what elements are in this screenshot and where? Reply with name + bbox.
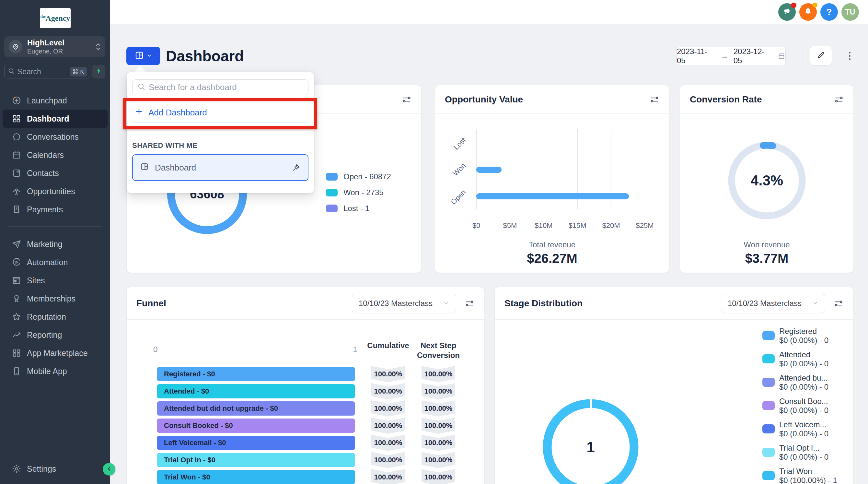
dashboard-dropdown-panel: Add Dashboard SHARED WITH ME Dashboard — [127, 72, 314, 193]
footer-value: $26.27M — [435, 251, 669, 266]
legend-swatch — [763, 331, 775, 340]
stage-legend: Registered$0 (0.00%) - 0 Attended$0 (0.0… — [763, 327, 837, 484]
dropdown-divider — [132, 122, 308, 123]
sliders-icon[interactable] — [402, 95, 411, 104]
funnel-bar-label: Trial Opt In - $0 — [164, 456, 215, 464]
legend-label: Lost - 1 — [343, 204, 369, 213]
sidebar-item-marketing[interactable]: Marketing — [0, 235, 110, 253]
legend-item: Left Voicem...$0 (0.00%) - 0 — [763, 420, 837, 438]
notifications-button[interactable] — [799, 3, 817, 21]
funnel-card: Funnel 10/10/23 Masterclass 0 1 Cumulati… — [126, 287, 485, 484]
stage-filter-select[interactable]: 10/10/23 Masterclass — [721, 294, 825, 313]
funnel-bar: Attended but did not upgrade - $0 — [157, 401, 355, 416]
sidebar-item-label: Conversations — [27, 132, 79, 142]
sidebar-settings-row: Settings — [0, 460, 110, 478]
card-title: Conversion Rate — [690, 94, 762, 105]
sidebar-divider — [8, 226, 102, 226]
funnel-bar: Registered - $0 — [157, 367, 355, 381]
sidebar-item-memberships[interactable]: Memberships — [0, 290, 110, 308]
sliders-icon[interactable] — [650, 95, 659, 104]
sliders-icon[interactable] — [834, 95, 844, 104]
bar-open — [476, 193, 629, 200]
avatar-initials: TU — [845, 8, 855, 17]
legend-value: $0 (0.00%) - 0 — [779, 429, 829, 438]
topbar: ? TU — [110, 0, 868, 24]
sidebar-item-dashboard[interactable]: Dashboard — [3, 110, 107, 128]
dashboard-switcher-button[interactable] — [126, 47, 160, 65]
legend-name: Registered — [779, 327, 829, 336]
funnel-filter-select[interactable]: 10/10/23 Masterclass — [352, 294, 456, 313]
quick-actions-button[interactable] — [92, 65, 105, 79]
sidebar-item-reputation[interactable]: Reputation — [0, 308, 110, 326]
sidebar-item-contacts[interactable]: Contacts — [0, 164, 110, 182]
date-end: 2023-12-05 — [734, 47, 772, 65]
location-name: HighLevel — [27, 38, 96, 47]
sidebar-item-conversations[interactable]: Conversations — [0, 128, 110, 146]
sidebar-item-opportunities[interactable]: Opportunities — [0, 182, 110, 200]
legend-label: Won - 2735 — [343, 188, 383, 197]
next-step-cell: 100.00% — [422, 418, 455, 434]
sidebar-item-label: Reporting — [27, 330, 62, 340]
dropdown-search-input[interactable] — [149, 82, 304, 92]
sidebar-item-label: Memberships — [27, 294, 75, 303]
next-step-cell: 100.00% — [422, 400, 455, 417]
phone-icon — [12, 366, 21, 376]
funnel-column-cumulative: Cumulative — [362, 341, 414, 351]
legend-name: Left Voicem... — [779, 420, 829, 429]
grid-icon — [12, 348, 21, 358]
funnel-bar: Consult Booked - $0 — [157, 419, 355, 433]
sidebar-item-label: Opportunities — [27, 187, 75, 196]
announcements-button[interactable] — [778, 3, 796, 21]
edit-dashboard-button[interactable] — [810, 46, 832, 65]
sidebar-item-sites[interactable]: Sites — [0, 271, 110, 290]
sidebar-item-mobile-app[interactable]: Mobile App — [0, 362, 110, 380]
cumulative-cell: 100.00% — [371, 435, 405, 451]
sidebar-item-launchpad[interactable]: Launchpad — [0, 91, 110, 110]
payments-icon: $ — [12, 205, 21, 214]
sidebar-collapse-button[interactable] — [103, 463, 115, 476]
funnel-bar-label: Attended - $0 — [164, 387, 209, 395]
date-range-picker[interactable]: 2023-11-05 → 2023-12-05 — [677, 47, 786, 65]
funnel-bar: Trial Opt In - $0 — [157, 453, 355, 467]
sidebar-item-calendars[interactable]: Calendars — [0, 146, 110, 164]
sidebar-search-box[interactable]: ⌘ K — [4, 65, 90, 79]
legend-swatch — [763, 401, 775, 410]
location-labels: HighLevel Eugene, OR — [27, 38, 96, 55]
sidebar-item-reporting[interactable]: Reporting — [0, 326, 110, 344]
next-step-cell: 100.00% — [422, 435, 455, 451]
location-switcher[interactable]: HighLevel Eugene, OR — [4, 36, 105, 57]
y-axis-label-open: Open — [441, 188, 468, 215]
funnel-card-header: Funnel 10/10/23 Masterclass — [127, 287, 484, 320]
dropdown-search-box[interactable] — [132, 80, 308, 95]
sidebar-item-payments[interactable]: $ Payments — [0, 200, 110, 218]
conversion-footer: Won revenue $3.77M — [680, 240, 854, 266]
sidebar-item-automation[interactable]: Automation — [0, 253, 110, 271]
sidebar-search-input[interactable] — [18, 67, 63, 76]
app-root: theAgency HighLevel Eugene, OR ⌘ K — [0, 0, 868, 484]
conversion-card-header: Conversion Rate — [680, 85, 854, 114]
footer-label: Won revenue — [680, 240, 854, 249]
cumulative-cell: 100.00% — [371, 383, 405, 399]
location-pin-icon — [9, 40, 22, 54]
shortcut-badge: ⌘ K — [70, 67, 87, 77]
chevron-down-icon — [812, 299, 818, 308]
legend-name: Trial Won — [779, 467, 837, 476]
filter-value: 10/10/23 Masterclass — [728, 299, 802, 308]
pin-icon[interactable] — [291, 163, 301, 172]
user-avatar[interactable]: TU — [841, 3, 859, 21]
legend-swatch — [326, 189, 338, 196]
cumulative-cell: 100.00% — [371, 469, 405, 484]
more-options-button[interactable] — [843, 49, 856, 62]
x-tick: $25M — [632, 221, 658, 230]
sidebar-item-app-marketplace[interactable]: App Marketplace — [0, 344, 110, 362]
cumulative-cell: 100.00% — [371, 452, 405, 468]
sliders-icon[interactable] — [465, 299, 474, 308]
help-button[interactable]: ? — [820, 3, 838, 21]
sidebar-item-label: Payments — [27, 205, 63, 214]
sliders-icon[interactable] — [834, 299, 843, 308]
add-dashboard-button[interactable]: Add Dashboard — [135, 104, 207, 121]
chevron-left-icon — [106, 465, 113, 473]
sidebar-item-settings[interactable]: Settings — [0, 460, 110, 478]
cumulative-cell: 100.00% — [371, 418, 405, 434]
shared-dashboard-item[interactable]: Dashboard — [132, 154, 308, 181]
